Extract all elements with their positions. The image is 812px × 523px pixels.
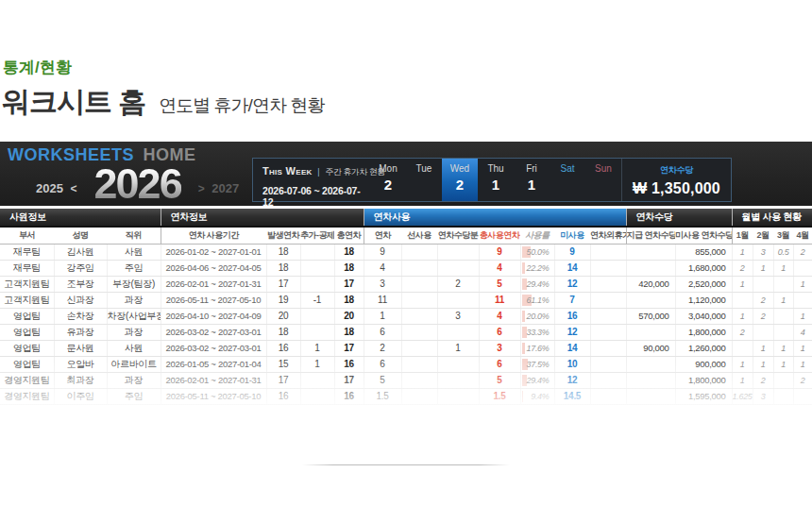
cell-period[interactable]: 2026-04-10 ~ 2027-04-09	[161, 308, 266, 324]
cell-usage-rate[interactable]: 29.4%	[520, 276, 554, 292]
cell-month-3[interactable]	[773, 308, 793, 324]
cell-position[interactable]: 과장	[107, 372, 161, 388]
cell-month-4[interactable]: 2	[793, 244, 812, 260]
cell-position[interactable]: 사원	[107, 244, 161, 260]
cell-extra-leave[interactable]	[590, 324, 626, 340]
cell-month-2[interactable]	[753, 276, 773, 292]
cell-period[interactable]: 2026-05-11 ~ 2027-05-10	[161, 388, 266, 404]
cell-pre-used[interactable]	[401, 340, 437, 356]
next-year-control[interactable]: > 2027	[195, 181, 240, 195]
cell-unused-allowance[interactable]: 1,595,000	[675, 388, 732, 404]
cell-adjust[interactable]	[300, 308, 334, 324]
cell-used[interactable]: 1	[364, 308, 401, 324]
cell-usage-rate[interactable]: 61.1%	[520, 292, 554, 308]
cell-unused[interactable]: 12	[554, 372, 590, 388]
cell-extra-leave[interactable]	[590, 260, 626, 276]
prev-year-label[interactable]: 2025	[36, 181, 63, 195]
cell-month-2[interactable]: 1	[753, 356, 773, 372]
cell-month-4[interactable]: 1	[793, 276, 812, 292]
cell-period[interactable]: 2026-02-01 ~ 2027-01-31	[161, 372, 266, 388]
cell-allowance-part[interactable]	[437, 292, 479, 308]
cell-period[interactable]: 2026-05-11 ~ 2027-05-10	[161, 292, 266, 308]
cell-month-4[interactable]: 1	[793, 340, 812, 356]
cell-pre-used[interactable]	[401, 292, 437, 308]
cell-period[interactable]: 2026-01-05 ~ 2027-01-04	[161, 356, 266, 372]
cell-allowance-part[interactable]	[437, 372, 479, 388]
cell-month-4[interactable]: 2	[793, 372, 812, 388]
cell-paid-allowance[interactable]	[626, 292, 675, 308]
cell-pre-used[interactable]	[401, 308, 437, 324]
cell-dept[interactable]: 경영지원팀	[0, 372, 54, 388]
cell-name[interactable]: 강주임	[54, 260, 107, 276]
cell-month-2[interactable]: 3	[753, 388, 773, 404]
cell-month-1[interactable]: 1.625	[732, 388, 753, 404]
cell-accrued[interactable]: 16	[266, 340, 300, 356]
cell-paid-allowance[interactable]	[626, 324, 675, 340]
cell-total[interactable]: 18	[334, 324, 364, 340]
cell-extra-leave[interactable]	[590, 276, 626, 292]
cell-position[interactable]: 과장	[107, 324, 161, 340]
cell-paid-allowance[interactable]	[626, 388, 675, 404]
cell-allowance-part[interactable]	[437, 244, 479, 260]
cell-paid-allowance[interactable]	[626, 372, 675, 388]
cell-dept[interactable]: 영업팀	[0, 308, 54, 324]
cell-dept[interactable]: 영업팀	[0, 356, 54, 372]
cell-adjust[interactable]	[300, 276, 334, 292]
cell-accrued[interactable]: 19	[266, 292, 300, 308]
cell-total-used[interactable]: 9	[479, 244, 520, 260]
cell-unused-allowance[interactable]: 3,040,000	[675, 308, 732, 324]
cell-month-1[interactable]: 1	[732, 372, 753, 388]
cell-total[interactable]: 17	[334, 340, 364, 356]
cell-used[interactable]: 3	[364, 276, 401, 292]
cell-paid-allowance[interactable]: 90,000	[626, 340, 675, 356]
prev-year-control[interactable]: 2025 <	[36, 181, 81, 195]
cell-total-used[interactable]: 5	[479, 372, 520, 388]
cell-name[interactable]: 이주임	[54, 388, 107, 404]
cell-pre-used[interactable]	[401, 372, 437, 388]
cell-dept[interactable]: 영업팀	[0, 340, 54, 356]
cell-total[interactable]: 18	[334, 260, 364, 276]
cell-pre-used[interactable]	[401, 388, 437, 404]
cell-unused-allowance[interactable]: 1,260,000	[675, 340, 732, 356]
cell-unused[interactable]: 9	[554, 244, 590, 260]
cell-accrued[interactable]: 16	[266, 388, 300, 404]
cell-month-1[interactable]	[732, 340, 753, 356]
cell-usage-rate[interactable]: 37.5%	[520, 356, 554, 372]
cell-used[interactable]: 5	[364, 372, 401, 388]
cell-total[interactable]: 18	[334, 244, 364, 260]
cell-adjust[interactable]	[300, 260, 334, 276]
cell-pre-used[interactable]	[401, 356, 437, 372]
cell-month-3[interactable]: 0.5	[773, 244, 793, 260]
cell-position[interactable]: 주임	[107, 260, 161, 276]
cell-extra-leave[interactable]	[590, 340, 626, 356]
cell-used[interactable]: 9	[364, 244, 401, 260]
cell-usage-rate[interactable]: 9.4%	[520, 388, 554, 404]
cell-usage-rate[interactable]: 29.4%	[520, 372, 554, 388]
cell-name[interactable]: 유과장	[54, 324, 107, 340]
cell-adjust[interactable]	[300, 324, 334, 340]
cell-unused[interactable]: 10	[554, 356, 590, 372]
cell-usage-rate[interactable]: 50.0%	[520, 244, 554, 260]
cell-position[interactable]: 아르바이트	[107, 356, 161, 372]
cell-month-1[interactable]	[732, 292, 753, 308]
cell-unused-allowance[interactable]: 900,000	[675, 356, 732, 372]
cell-period[interactable]: 2026-03-02 ~ 2027-03-01	[161, 324, 266, 340]
cell-paid-allowance[interactable]	[626, 356, 675, 372]
cell-month-1[interactable]: 1	[732, 356, 753, 372]
cell-dept[interactable]: 재무팀	[0, 260, 54, 276]
cell-usage-rate[interactable]: 22.2%	[520, 260, 554, 276]
cell-unused[interactable]: 7	[554, 292, 590, 308]
next-year-arrow-icon[interactable]: >	[198, 182, 205, 195]
cell-paid-allowance[interactable]: 570,000	[626, 308, 675, 324]
next-year-label[interactable]: 2027	[211, 181, 239, 195]
cell-accrued[interactable]: 18	[266, 324, 300, 340]
cell-accrued[interactable]: 20	[266, 308, 300, 324]
cell-usage-rate[interactable]: 33.3%	[520, 324, 554, 340]
cell-allowance-part[interactable]: 2	[437, 276, 479, 292]
cell-month-3[interactable]	[773, 372, 793, 388]
cell-extra-leave[interactable]	[590, 292, 626, 308]
cell-month-4[interactable]	[793, 292, 812, 308]
cell-period[interactable]: 2026-02-01 ~ 2027-01-31	[161, 276, 266, 292]
cell-position[interactable]: 부장(팀장)	[107, 276, 161, 292]
cell-paid-allowance[interactable]	[626, 244, 675, 260]
